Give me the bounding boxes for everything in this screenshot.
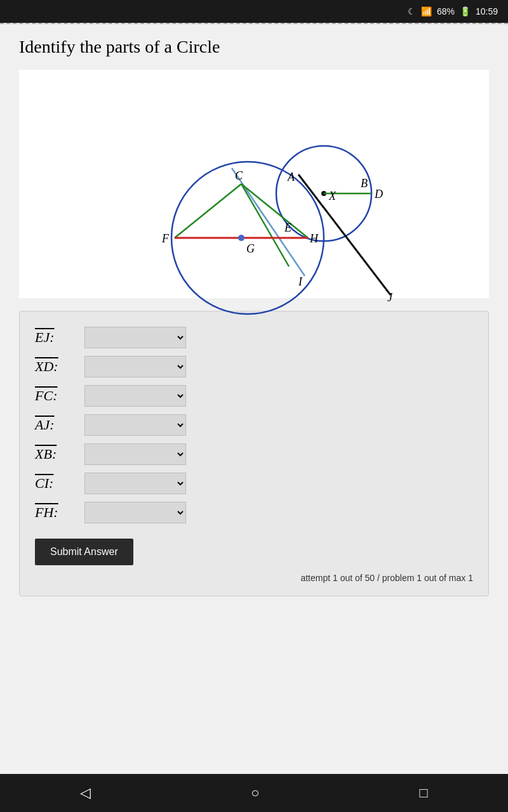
select-XB[interactable]: radius diameter chord secant tangent arc… <box>84 443 186 465</box>
label-FH: FH: <box>35 504 79 521</box>
circle-diagram: A B C D E F G H I J X <box>108 76 400 292</box>
status-bar: ☾ 📶 68% 🔋 10:59 <box>0 0 508 23</box>
form-row-XB: XB: radius diameter chord secant tangent… <box>35 443 473 465</box>
svg-text:E: E <box>284 221 291 234</box>
svg-text:G: G <box>246 242 255 255</box>
time-display: 10:59 <box>476 6 498 16</box>
svg-text:F: F <box>161 232 170 245</box>
form-row-XD: XD: radius diameter chord secant tangent… <box>35 356 473 377</box>
form-row-FC: FC: radius diameter chord secant tangent… <box>35 385 473 407</box>
svg-text:A: A <box>287 171 295 183</box>
svg-text:X: X <box>328 190 337 202</box>
svg-text:B: B <box>361 177 368 190</box>
battery-text: 68% <box>437 6 455 16</box>
submit-button[interactable]: Submit Answer <box>35 539 133 565</box>
moon-icon: ☾ <box>408 6 416 16</box>
bottom-nav: ◁ ○ □ <box>0 774 508 812</box>
form-row-EJ: EJ: radius diameter chord secant tangent… <box>35 327 473 348</box>
recent-button[interactable]: □ <box>407 780 441 806</box>
label-FC: FC: <box>35 388 79 404</box>
svg-text:J: J <box>387 291 393 304</box>
label-AJ: AJ: <box>35 417 79 433</box>
attempt-text: attempt 1 out of 50 / problem 1 out of m… <box>35 573 473 583</box>
label-XB: XB: <box>35 446 79 462</box>
battery-icon: 🔋 <box>460 6 471 16</box>
select-AJ[interactable]: radius diameter chord secant tangent arc… <box>84 414 186 436</box>
svg-line-4 <box>175 184 241 238</box>
select-XD[interactable]: radius diameter chord secant tangent arc… <box>84 356 186 377</box>
back-button[interactable]: ◁ <box>67 780 104 806</box>
select-FH[interactable]: radius diameter chord secant tangent arc… <box>84 502 186 523</box>
select-CI[interactable]: radius diameter chord secant tangent arc… <box>84 473 186 494</box>
select-FC[interactable]: radius diameter chord secant tangent arc… <box>84 385 186 407</box>
svg-point-8 <box>238 235 244 241</box>
svg-text:C: C <box>235 169 243 182</box>
wifi-icon: 📶 <box>421 6 432 16</box>
form-row-AJ: AJ: radius diameter chord secant tangent… <box>35 414 473 436</box>
label-EJ: EJ: <box>35 329 79 346</box>
page-title: Identify the parts of a Circle <box>19 37 489 57</box>
home-button[interactable]: ○ <box>238 780 272 806</box>
form-row-FH: FH: radius diameter chord secant tangent… <box>35 502 473 523</box>
main-content: Identify the parts of a Circle <box>0 24 508 785</box>
label-CI: CI: <box>35 475 79 492</box>
svg-line-5 <box>241 184 308 238</box>
svg-text:H: H <box>309 232 319 245</box>
svg-text:D: D <box>374 188 383 200</box>
form-box: EJ: radius diameter chord secant tangent… <box>19 311 489 596</box>
svg-text:I: I <box>298 275 303 288</box>
label-XD: XD: <box>35 358 79 375</box>
select-EJ[interactable]: radius diameter chord secant tangent arc… <box>84 327 186 348</box>
form-row-CI: CI: radius diameter chord secant tangent… <box>35 473 473 494</box>
diagram-container: A B C D E F G H I J X <box>19 70 489 298</box>
